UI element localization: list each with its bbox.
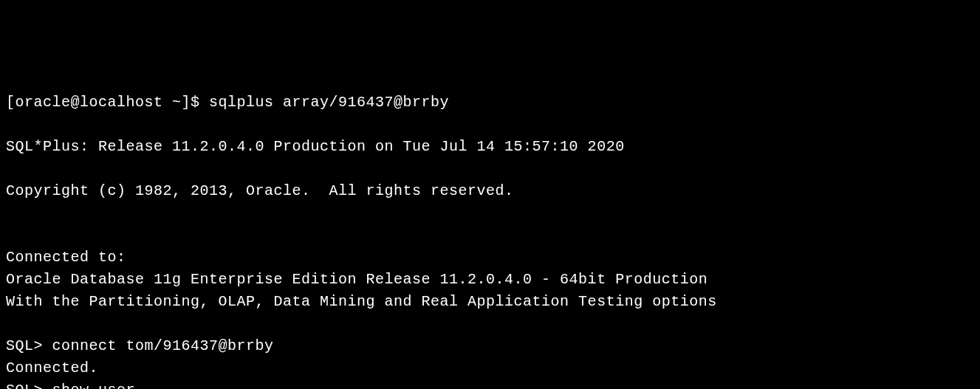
connected-line: Connected. <box>6 359 98 376</box>
shell-prompt: [oracle@localhost ~]$ <box>6 94 209 111</box>
terminal-output[interactable]: [oracle@localhost ~]$ sqlplus array/9164… <box>6 92 974 389</box>
shell-command: sqlplus array/916437@brrby <box>209 94 449 111</box>
shell-line: [oracle@localhost ~]$ sqlplus array/9164… <box>6 94 449 111</box>
sql-command: show user <box>52 382 136 389</box>
db-edition-line: Oracle Database 11g Enterprise Edition R… <box>6 271 707 288</box>
copyright-line: Copyright (c) 1982, 2013, Oracle. All ri… <box>6 182 514 199</box>
sql-line: SQL> connect tom/916437@brrby <box>6 337 274 354</box>
release-line: SQL*Plus: Release 11.2.0.4.0 Production … <box>6 138 625 155</box>
sql-prompt: SQL> <box>6 337 52 354</box>
db-options-line: With the Partitioning, OLAP, Data Mining… <box>6 293 717 310</box>
connected-to-line: Connected to: <box>6 249 126 266</box>
sql-line: SQL> show user <box>6 382 135 389</box>
sql-prompt: SQL> <box>6 382 52 389</box>
sql-command: connect tom/916437@brrby <box>52 337 274 354</box>
